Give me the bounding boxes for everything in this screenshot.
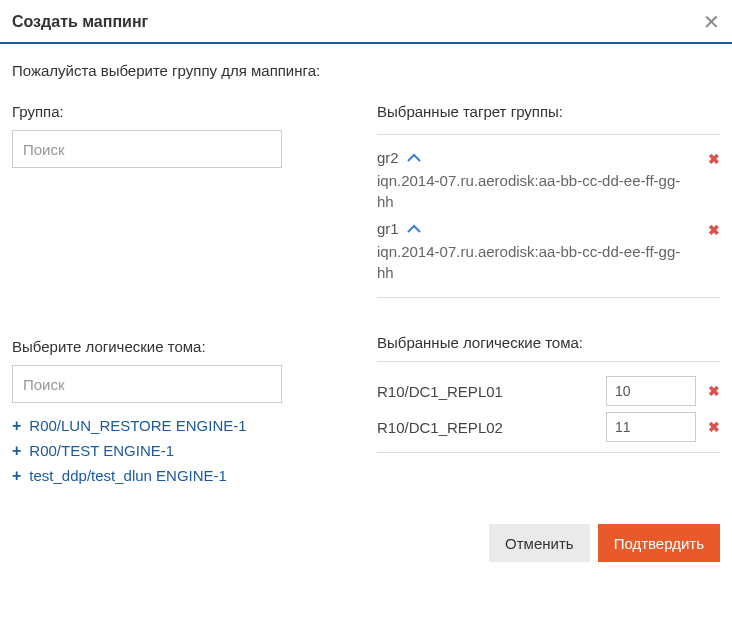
available-luns-list: + R00/LUN_RESTORE ENGINE-1 + R00/TEST EN…: [12, 417, 347, 484]
group-label: Группа:: [12, 103, 347, 120]
group-iqn: iqn.2014-07.ru.aerodisk:aa-bb-cc-dd-ee-f…: [377, 241, 696, 283]
modal-title: Создать маппинг: [12, 13, 148, 31]
remove-lun-icon[interactable]: ✖: [708, 419, 720, 435]
selected-group: gr1 iqn.2014-07.ru.aerodisk:aa-bb-cc-dd-…: [377, 220, 720, 283]
group-iqn: iqn.2014-07.ru.aerodisk:aa-bb-cc-dd-ee-f…: [377, 170, 696, 212]
spacer: [12, 168, 347, 338]
remove-group-icon[interactable]: ✖: [708, 222, 720, 238]
right-column: Выбранные тагрет группы: gr2 iqn.2014-07…: [377, 103, 720, 492]
confirm-button[interactable]: Подтвердить: [598, 524, 720, 562]
remove-group-icon[interactable]: ✖: [708, 151, 720, 167]
divider: [377, 134, 720, 135]
close-icon[interactable]: ✕: [703, 12, 720, 32]
instruction-text: Пожалуйста выберите группу для маппинга:: [12, 62, 720, 79]
remove-lun-icon[interactable]: ✖: [708, 383, 720, 399]
available-lun-item[interactable]: + test_ddp/test_dlun ENGINE-1: [12, 467, 347, 484]
cancel-button[interactable]: Отменить: [489, 524, 590, 562]
selected-group: gr2 iqn.2014-07.ru.aerodisk:aa-bb-cc-dd-…: [377, 149, 720, 212]
target-groups-label: Выбранные тагрет группы:: [377, 103, 720, 120]
selected-lun-row: R10/DC1_REPL02 ✖: [377, 412, 720, 442]
lun-item-label: test_ddp/test_dlun ENGINE-1: [29, 467, 227, 484]
spacer: [377, 312, 720, 334]
available-lun-item[interactable]: + R00/TEST ENGINE-1: [12, 442, 347, 459]
plus-icon: +: [12, 468, 21, 484]
lun-item-label: R00/LUN_RESTORE ENGINE-1: [29, 417, 246, 434]
group-name: gr2: [377, 149, 399, 166]
selected-lun-name: R10/DC1_REPL01: [377, 383, 606, 400]
group-head: gr1: [377, 220, 696, 237]
chevron-up-icon[interactable]: [407, 224, 421, 234]
luns-label: Выберите логические тома:: [12, 338, 347, 355]
modal-header: Создать маппинг ✕: [0, 0, 732, 44]
group-search-input[interactable]: [12, 130, 282, 168]
left-column: Группа: Выберите логические тома: + R00/…: [12, 103, 347, 492]
selected-lun-name: R10/DC1_REPL02: [377, 419, 606, 436]
selected-lun-value-input[interactable]: [606, 412, 696, 442]
lun-item-label: R00/TEST ENGINE-1: [29, 442, 174, 459]
divider: [377, 361, 720, 362]
group-head: gr2: [377, 149, 696, 166]
divider: [377, 452, 720, 453]
plus-icon: +: [12, 418, 21, 434]
available-lun-item[interactable]: + R00/LUN_RESTORE ENGINE-1: [12, 417, 347, 434]
columns: Группа: Выберите логические тома: + R00/…: [12, 103, 720, 492]
selected-luns-label: Выбранные логические тома:: [377, 334, 720, 351]
chevron-up-icon[interactable]: [407, 153, 421, 163]
group-name: gr1: [377, 220, 399, 237]
modal-footer: Отменить Подтвердить: [0, 512, 732, 574]
selected-lun-row: R10/DC1_REPL01 ✖: [377, 376, 720, 406]
plus-icon: +: [12, 443, 21, 459]
luns-search-input[interactable]: [12, 365, 282, 403]
selected-lun-value-input[interactable]: [606, 376, 696, 406]
divider: [377, 297, 720, 298]
modal-body: Пожалуйста выберите группу для маппинга:…: [0, 44, 732, 512]
